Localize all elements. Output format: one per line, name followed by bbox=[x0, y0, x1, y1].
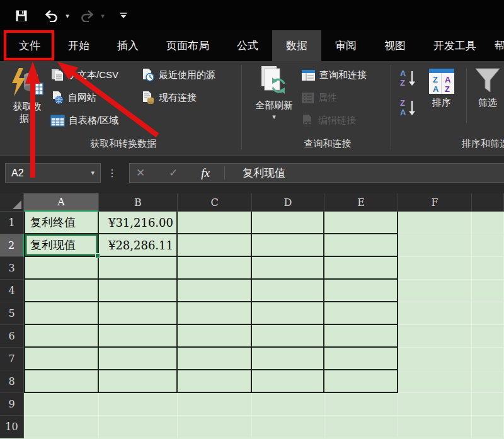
cell-E9[interactable] bbox=[324, 393, 398, 416]
insert-function-icon[interactable]: fx bbox=[193, 166, 218, 180]
cell-E7[interactable] bbox=[324, 348, 398, 370]
cell-C6[interactable] bbox=[178, 325, 252, 348]
cell-E10[interactable] bbox=[324, 416, 398, 438]
cell-F7[interactable] bbox=[398, 348, 472, 370]
column-header-partial[interactable] bbox=[472, 193, 504, 212]
undo-dropdown[interactable]: ▾ bbox=[63, 8, 72, 23]
undo-button[interactable] bbox=[44, 8, 59, 23]
cell-A7[interactable] bbox=[24, 348, 99, 370]
cell-F6[interactable] bbox=[398, 325, 472, 348]
cell-A9[interactable] bbox=[24, 393, 99, 416]
cell-D9[interactable] bbox=[252, 393, 324, 416]
cell-A8[interactable] bbox=[24, 370, 99, 393]
row-header-9[interactable]: 9 bbox=[0, 393, 24, 416]
cell-D7[interactable] bbox=[252, 348, 324, 370]
column-header-D[interactable]: D bbox=[252, 193, 324, 212]
tab-data[interactable]: 数据 bbox=[272, 30, 321, 61]
formula-bar-options-icon[interactable]: ⋮ bbox=[107, 163, 117, 183]
cell-A2[interactable]: 复利现值 bbox=[24, 234, 99, 257]
cell-C8[interactable] bbox=[178, 370, 252, 393]
fill-handle[interactable] bbox=[95, 253, 100, 258]
tab-developer[interactable]: 开发工具 bbox=[420, 30, 490, 61]
cell-B6[interactable] bbox=[99, 325, 178, 348]
column-header-E[interactable]: E bbox=[324, 193, 398, 212]
cell-D3[interactable] bbox=[252, 257, 324, 280]
from-table-range-button[interactable]: 自表格/区域 bbox=[50, 111, 118, 129]
cell-E1[interactable] bbox=[324, 212, 398, 234]
cell-D6[interactable] bbox=[252, 325, 324, 348]
cell-B9[interactable] bbox=[99, 393, 178, 416]
redo-button[interactable] bbox=[79, 8, 94, 23]
cell-B3[interactable] bbox=[99, 257, 178, 280]
tab-home[interactable]: 开始 bbox=[54, 30, 103, 61]
cell-6[interactable] bbox=[472, 325, 504, 348]
from-web-button[interactable]: 自网站 bbox=[50, 89, 96, 106]
cell-1[interactable] bbox=[472, 212, 504, 234]
row-header-5[interactable]: 5 bbox=[0, 302, 24, 325]
filter-button[interactable]: 筛选 bbox=[471, 66, 504, 108]
tab-formulas[interactable]: 公式 bbox=[223, 30, 272, 61]
tab-file[interactable]: 文件 bbox=[5, 30, 54, 61]
cell-A6[interactable] bbox=[24, 325, 99, 348]
cell-D8[interactable] bbox=[252, 370, 324, 393]
sort-descending-button[interactable]: Z A bbox=[399, 98, 417, 118]
from-text-csv-button[interactable]: 从文本/CSV bbox=[50, 66, 118, 84]
tab-view[interactable]: 视图 bbox=[370, 30, 420, 61]
column-header-F[interactable]: F bbox=[398, 193, 472, 212]
cell-D4[interactable] bbox=[252, 280, 324, 302]
cell-C10[interactable] bbox=[178, 416, 252, 438]
cell-D10[interactable] bbox=[252, 416, 324, 438]
row-header-6[interactable]: 6 bbox=[0, 325, 24, 348]
cell-F10[interactable] bbox=[398, 416, 472, 438]
cell-B2[interactable]: ¥28,286.11 bbox=[99, 234, 178, 257]
cell-A1[interactable]: 复利终值 bbox=[24, 212, 99, 234]
cell-7[interactable] bbox=[472, 348, 504, 370]
cell-A5[interactable] bbox=[24, 302, 99, 325]
tab-review[interactable]: 审阅 bbox=[321, 30, 370, 61]
cell-B1[interactable]: ¥31,216.00 bbox=[99, 212, 178, 234]
cell-E8[interactable] bbox=[324, 370, 398, 393]
cell-4[interactable] bbox=[472, 280, 504, 302]
redo-dropdown[interactable]: ▾ bbox=[98, 8, 107, 23]
cell-C1[interactable] bbox=[178, 212, 252, 234]
name-box[interactable]: A2 ▾ bbox=[5, 163, 101, 183]
tab-insert[interactable]: 插入 bbox=[103, 30, 152, 61]
cell-C7[interactable] bbox=[178, 348, 252, 370]
column-header-A[interactable]: A bbox=[24, 193, 99, 212]
cell-D5[interactable] bbox=[252, 302, 324, 325]
row-header-4[interactable]: 4 bbox=[0, 280, 24, 302]
cell-F8[interactable] bbox=[398, 370, 472, 393]
row-header-3[interactable]: 3 bbox=[0, 257, 24, 280]
cell-F5[interactable] bbox=[398, 302, 472, 325]
cell-3[interactable] bbox=[472, 257, 504, 280]
cell-C9[interactable] bbox=[178, 393, 252, 416]
cell-C2[interactable] bbox=[178, 234, 252, 257]
column-header-C[interactable]: C bbox=[178, 193, 252, 212]
refresh-all-button[interactable]: 全部刷新 ▾ bbox=[247, 64, 301, 120]
cell-9[interactable] bbox=[472, 393, 504, 416]
cell-B8[interactable] bbox=[99, 370, 178, 393]
cell-F2[interactable] bbox=[398, 234, 472, 257]
cell-D1[interactable] bbox=[252, 212, 324, 234]
get-data-button[interactable]: 获取数 据 ▾ bbox=[3, 65, 52, 124]
customize-quick-access-button[interactable] bbox=[116, 8, 131, 23]
cell-A4[interactable] bbox=[24, 280, 99, 302]
column-header-B[interactable]: B bbox=[99, 193, 178, 212]
cell-C5[interactable] bbox=[178, 302, 252, 325]
tab-help[interactable]: 帮助 bbox=[490, 30, 504, 61]
cancel-icon[interactable]: ✕ bbox=[130, 166, 151, 180]
enter-checkmark-icon[interactable]: ✓ bbox=[163, 166, 184, 180]
recent-sources-button[interactable]: 最近使用的源 bbox=[141, 66, 215, 84]
cell-B5[interactable] bbox=[99, 302, 178, 325]
formula-content[interactable]: 复利现值 bbox=[243, 166, 285, 180]
tab-page-layout[interactable]: 页面布局 bbox=[152, 30, 223, 61]
queries-connections-button[interactable]: 查询和连接 bbox=[301, 66, 367, 84]
cell-F3[interactable] bbox=[398, 257, 472, 280]
cell-10[interactable] bbox=[472, 416, 504, 438]
existing-connections-button[interactable]: 现有连接 bbox=[141, 89, 197, 106]
cell-E3[interactable] bbox=[324, 257, 398, 280]
cell-F4[interactable] bbox=[398, 280, 472, 302]
cell-C4[interactable] bbox=[178, 280, 252, 302]
name-box-dropdown-icon[interactable]: ▾ bbox=[91, 169, 94, 176]
cell-D2[interactable] bbox=[252, 234, 324, 257]
